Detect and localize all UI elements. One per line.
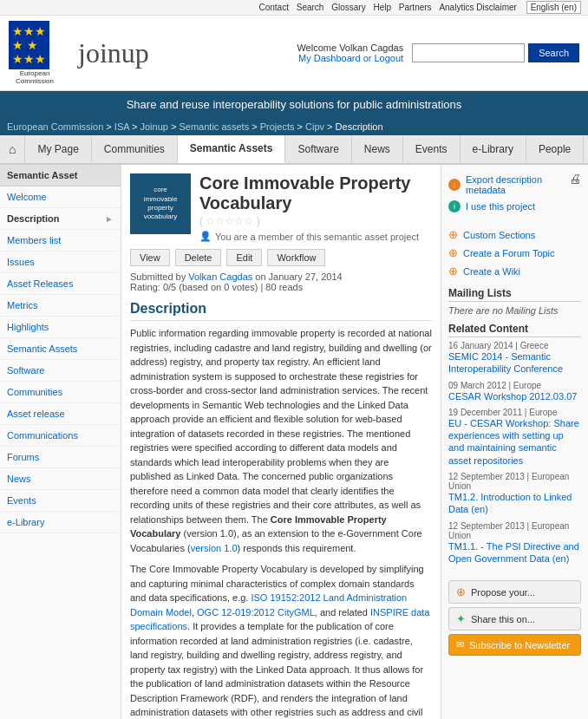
eu-logo-box: ★★★★ ★★★★	[9, 21, 49, 69]
sidebar-item-news[interactable]: News	[0, 468, 121, 490]
related-item-4: 12 September 2013 | European Union TM1.2…	[448, 472, 581, 516]
asset-info: Core Immovable Property Vocabulary ( ☆☆☆…	[199, 173, 432, 242]
search-button[interactable]: Search	[528, 43, 579, 62]
sidebar-item-issues[interactable]: Issues	[0, 252, 121, 273]
nav-events[interactable]: Events	[403, 136, 461, 162]
related-item-2: 09 March 2012 | Europe CESAR Workshop 20…	[448, 381, 581, 402]
author-link[interactable]: Volkan Cagdas	[188, 271, 252, 282]
breadcrumb-isa[interactable]: ISA	[114, 121, 129, 132]
analytics-link[interactable]: Analytics Disclaimer	[439, 3, 516, 12]
language-selector[interactable]: English (en)	[526, 1, 581, 14]
asset-rating: ( ☆☆☆☆☆ )	[199, 215, 432, 227]
sidebar-item-highlights[interactable]: Highlights	[0, 317, 121, 338]
nav-bar: ⌂ My Page Communities Semantic Assets So…	[0, 135, 588, 165]
asset-member-text: 👤 You are a member of this semantic asse…	[199, 231, 432, 242]
mailing-section-title: Mailing Lists	[448, 287, 581, 302]
export-metadata-link[interactable]: ↓ Export description metadata	[448, 172, 569, 198]
sidebar-item-members[interactable]: Members list	[0, 230, 121, 252]
asset-title: Core Immovable Property Vocabulary	[199, 173, 432, 213]
forum-icon: ⊕	[448, 246, 458, 259]
related-date-3: 19 December 2011 | Europe	[448, 408, 581, 417]
sidebar-item-communications[interactable]: Communications	[0, 425, 121, 447]
sidebar-item-semantic-assets[interactable]: Semantic Assets	[0, 338, 121, 360]
search-link[interactable]: Search	[297, 3, 324, 12]
related-link-3[interactable]: EU - CESAR Workshop: Share experiences w…	[448, 417, 581, 467]
related-date-2: 09 March 2012 | Europe	[448, 381, 581, 390]
search-area: Welcome Volkan Cagdas My Dashboard or Lo…	[297, 42, 579, 63]
star-rating[interactable]: ( ☆☆☆☆☆ )	[199, 215, 260, 227]
search-input[interactable]	[412, 43, 525, 62]
sidebar-item-events[interactable]: Events	[0, 490, 121, 512]
sidebar-item-communities[interactable]: Communities	[0, 382, 121, 403]
delete-button[interactable]: Delete	[175, 249, 222, 266]
chevron-right-icon: ►	[105, 214, 114, 224]
member-icon: 👤	[199, 231, 212, 242]
related-section-title: Related Content	[448, 323, 581, 337]
version-link[interactable]: version 1.0	[191, 543, 238, 553]
breadcrumb-joinup[interactable]: Joinup	[140, 121, 168, 132]
print-icon[interactable]: 🖨	[569, 172, 581, 186]
nav-semantic-assets[interactable]: Semantic Assets	[178, 135, 286, 163]
related-item-1: 16 January 2014 | Greece SEMIC 2014 - Se…	[448, 341, 581, 376]
forum-topic-link[interactable]: ⊕ Create a Forum Topic	[448, 244, 581, 262]
related-link-5[interactable]: TM1.1. - The PSI Directive and Open Gove…	[448, 540, 581, 565]
sidebar-item-elibrary[interactable]: e-Library	[0, 512, 121, 533]
nav-news[interactable]: News	[352, 136, 403, 162]
welcome-text: Welcome Volkan Cagdas My Dashboard or Lo…	[297, 42, 403, 63]
propose-button[interactable]: ⊕ Propose your...	[448, 580, 581, 604]
workflow-button[interactable]: Workflow	[267, 249, 325, 266]
nav-elibrary[interactable]: e-Library	[461, 136, 526, 162]
subscribe-button[interactable]: ✉ Subscribe to Newsletter	[448, 634, 581, 656]
description-text: Public information regarding immovable p…	[130, 326, 432, 555]
sidebar-item-software[interactable]: Software	[0, 360, 121, 382]
breadcrumb-cipv[interactable]: Cipv	[305, 121, 324, 132]
sidebar-item-welcome[interactable]: Welcome	[0, 186, 121, 208]
use-project-link[interactable]: i I use this project	[448, 198, 581, 215]
breadcrumb: European Commission > ISA > Joinup > Sem…	[0, 118, 588, 135]
related-link-1[interactable]: SEMIC 2014 - Semantic Interoperability C…	[448, 350, 581, 376]
sidebar-item-description[interactable]: Description ►	[0, 208, 121, 230]
no-mailing-text: There are no Mailing Lists	[448, 305, 581, 316]
bold-title: Core Immovable Property Vocabulary	[130, 514, 387, 539]
related-item-5: 12 September 2013 | European Union TM1.1…	[448, 521, 581, 565]
contact-link[interactable]: Contact	[259, 3, 289, 12]
sidebar-item-asset-release[interactable]: Asset release	[0, 403, 121, 425]
dashboard-link[interactable]: My Dashboard or Logout	[298, 53, 403, 63]
help-link[interactable]: Help	[373, 3, 391, 12]
related-link-4[interactable]: TM1.2. Introduction to Linked Data (en)	[448, 491, 581, 516]
partners-link[interactable]: Partners	[399, 3, 432, 12]
custom-sections-link[interactable]: ⊕ Custom Sections	[448, 226, 581, 244]
sidebar-item-releases[interactable]: Asset Releases	[0, 273, 121, 295]
nav-software[interactable]: Software	[285, 136, 351, 162]
view-button[interactable]: View	[130, 249, 170, 266]
blue-banner: Share and reuse interoperability solutio…	[0, 91, 588, 118]
related-date-1: 16 January 2014 | Greece	[448, 341, 581, 350]
sidebar-item-forums[interactable]: Forums	[0, 447, 121, 468]
glossary-link[interactable]: Glossary	[331, 3, 365, 12]
asset-header: coreimmovablepropertyvocabulary Core Imm…	[130, 173, 432, 242]
create-wiki-link[interactable]: ⊕ Create a Wiki	[448, 262, 581, 280]
ogc-link[interactable]: OGC 12-019:2012 CityGML	[197, 607, 315, 618]
nav-communities[interactable]: Communities	[92, 136, 178, 162]
header: ★★★★ ★★★★ EuropeanCommission joinup Welc…	[0, 16, 588, 91]
edit-button[interactable]: Edit	[226, 249, 262, 266]
action-buttons: View Delete Edit Workflow	[130, 249, 432, 266]
nav-mypage[interactable]: My Page	[25, 136, 91, 162]
sidebar-section-title: Semantic Asset	[0, 165, 121, 186]
breadcrumb-ec[interactable]: European Commission	[7, 121, 103, 132]
sidebar-item-metrics[interactable]: Metrics	[0, 295, 121, 317]
asset-thumbnail: coreimmovablepropertyvocabulary	[130, 173, 191, 234]
eu-stars: ★★★★ ★★★★	[12, 24, 46, 66]
share-icon: ✦	[456, 612, 466, 625]
breadcrumb-semantic[interactable]: Semantic assets	[179, 121, 249, 132]
related-link-2[interactable]: CESAR Workshop 2012.03.07	[448, 390, 581, 402]
nav-people[interactable]: People	[526, 136, 584, 162]
wiki-icon: ⊕	[448, 265, 458, 278]
eu-logo: ★★★★ ★★★★ EuropeanCommission	[9, 21, 61, 85]
eu-commission-label: EuropeanCommission	[9, 69, 61, 85]
breadcrumb-projects[interactable]: Projects	[260, 121, 295, 132]
related-date-5: 12 September 2013 | European Union	[448, 521, 581, 540]
home-icon[interactable]: ⌂	[0, 135, 25, 163]
share-button[interactable]: ✦ Share this on...	[448, 607, 581, 631]
content-area: coreimmovablepropertyvocabulary Core Imm…	[121, 165, 441, 719]
